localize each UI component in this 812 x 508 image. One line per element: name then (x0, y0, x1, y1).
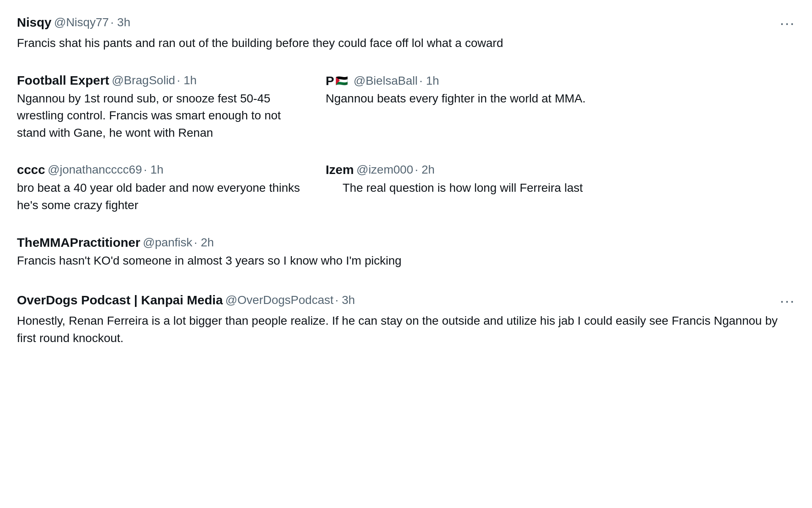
tweet-author: Football Expert (17, 73, 109, 88)
tweet-body: Francis hasn't KO'd someone in almost 3 … (17, 252, 795, 270)
tweet-handle[interactable]: @BragSolid (112, 74, 175, 87)
tweet-time: 1h (426, 74, 439, 88)
tweet-cccc-izem: cccc @jonathancccc69 · 1h bro beat a 40 … (17, 163, 795, 222)
tweet-football-expert: Football Expert @BragSolid · 1h Ngannou … (17, 73, 304, 142)
more-menu-button[interactable]: ··· (780, 13, 795, 32)
tweet-separator: · (415, 163, 418, 177)
tweet-handle[interactable]: @OverDogsPodcast (225, 293, 334, 307)
tweet-author: Nisqy (17, 15, 52, 30)
tweet-author: OverDogs Podcast | Kanpai Media (17, 293, 223, 307)
tweet-body: Ngannou by 1st round sub, or snooze fest… (17, 90, 304, 142)
tweet-handle[interactable]: @izem000 (357, 163, 413, 177)
tweet-handle[interactable]: @panfisk (143, 236, 192, 249)
tweet-body: Honestly, Renan Ferreira is a lot bigger… (17, 312, 795, 347)
tweet-time: 1h (151, 163, 164, 177)
tweet-overdogs: OverDogs Podcast | Kanpai Media @OverDog… (17, 290, 795, 355)
tweet-body: bro beat a 40 year old bader and now eve… (17, 179, 304, 214)
tweet-nisqy: Nisqy @Nisqy77 · 3h ··· Francis shat his… (17, 13, 795, 61)
tweet-time: 3h (342, 293, 355, 307)
tweet-time: 2h (201, 236, 214, 249)
tweet-author: cccc (17, 163, 45, 177)
tweet-time: 3h (117, 16, 130, 29)
tweet-separator: · (177, 74, 180, 87)
tweet-handle[interactable]: @Nisqy77 (54, 16, 109, 29)
tweet-separator: · (335, 293, 339, 307)
flag-icon: 🇵🇸 (334, 73, 349, 88)
avatar-letter: P (326, 74, 334, 88)
tweet-mmapractitioner: TheMMAPractitioner @panfisk · 2h Francis… (17, 235, 795, 278)
tweet-time: 1h (184, 74, 197, 87)
tweet-izem: Izem @izem000 · 2h The real question is … (304, 163, 795, 214)
tweet-author: Izem (326, 163, 354, 177)
more-menu-button[interactable]: ··· (780, 290, 795, 310)
tweet-separator: · (144, 163, 147, 177)
tweet-separator: · (419, 74, 422, 88)
tweet-handle[interactable]: @BielsaBall (354, 74, 417, 88)
tweet-body: Francis shat his pants and ran out of th… (17, 35, 795, 52)
tweet-body: Ngannou beats every fighter in the world… (326, 90, 795, 108)
tweet-cccc: cccc @jonathancccc69 · 1h bro beat a 40 … (17, 163, 304, 214)
tweet-handle[interactable]: @jonathancccc69 (48, 163, 142, 177)
tweet-author: TheMMAPractitioner (17, 235, 140, 250)
tweet-separator: · (110, 16, 114, 29)
tweet-time: 2h (422, 163, 435, 177)
tweet-bielsa: P 🇵🇸 @BielsaBall · 1h Ngannou beats ever… (304, 73, 795, 142)
tweet-separator: · (194, 236, 198, 249)
tweet-two-col: Football Expert @BragSolid · 1h Ngannou … (17, 73, 795, 150)
tweet-body: The real question is how long will Ferre… (326, 179, 795, 197)
